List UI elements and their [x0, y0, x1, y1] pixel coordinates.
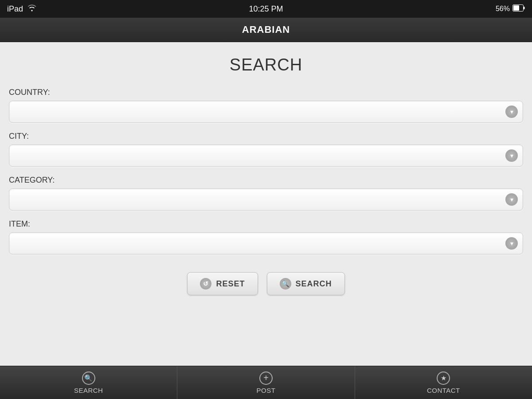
page-title: SEARCH — [9, 55, 523, 74]
search-btn-icon: 🔍 — [280, 278, 291, 289]
city-group: CITY: — [9, 132, 523, 167]
country-select-wrapper — [9, 101, 523, 123]
button-row: ↺ RESET 🔍 SEARCH — [9, 272, 523, 295]
city-label: CITY: — [9, 132, 523, 141]
reset-button[interactable]: ↺ RESET — [187, 272, 258, 295]
category-label: CATEGORY: — [9, 176, 523, 185]
tab-contact-icon: ★ — [437, 372, 450, 385]
reset-icon: ↺ — [200, 278, 211, 289]
svg-rect-2 — [524, 7, 525, 9]
device-label: iPad — [7, 4, 23, 14]
country-label: COUNTRY: — [9, 88, 523, 97]
battery-percent: 56% — [496, 5, 510, 13]
tab-bar: 🔍 SEARCH + POST ★ CONTACT — [0, 366, 532, 399]
wifi-icon — [27, 4, 36, 14]
city-select-wrapper — [9, 145, 523, 167]
category-group: CATEGORY: — [9, 176, 523, 211]
country-group: COUNTRY: — [9, 88, 523, 123]
main-content: SEARCH COUNTRY: CITY: CATEGORY: — [0, 42, 532, 366]
status-time: 10:25 PM — [249, 4, 283, 14]
tab-post-icon: + — [259, 372, 273, 385]
tab-contact[interactable]: ★ CONTACT — [355, 366, 532, 399]
category-select[interactable] — [9, 188, 523, 211]
item-select-wrapper — [9, 232, 523, 254]
tab-search-icon: 🔍 — [82, 372, 95, 385]
item-select[interactable] — [9, 232, 523, 254]
category-select-wrapper — [9, 188, 523, 211]
status-left: iPad — [7, 4, 36, 14]
status-right: 56% — [496, 4, 525, 13]
nav-title: ARABIAN — [242, 24, 290, 35]
status-bar: iPad 10:25 PM 56% — [0, 0, 532, 18]
reset-label: RESET — [216, 279, 245, 289]
city-select[interactable] — [9, 145, 523, 167]
tab-post-label: POST — [257, 387, 276, 394]
tab-post[interactable]: + POST — [177, 366, 355, 399]
tab-search[interactable]: 🔍 SEARCH — [0, 366, 177, 399]
tab-search-label: SEARCH — [74, 387, 103, 394]
item-group: ITEM: — [9, 219, 523, 254]
tab-contact-label: CONTACT — [427, 387, 460, 394]
country-select[interactable] — [9, 101, 523, 123]
battery-icon — [512, 4, 525, 13]
search-button[interactable]: 🔍 SEARCH — [267, 272, 345, 295]
item-label: ITEM: — [9, 219, 523, 229]
svg-rect-1 — [513, 5, 519, 11]
search-label: SEARCH — [296, 279, 332, 289]
nav-bar: ARABIAN — [0, 18, 532, 42]
